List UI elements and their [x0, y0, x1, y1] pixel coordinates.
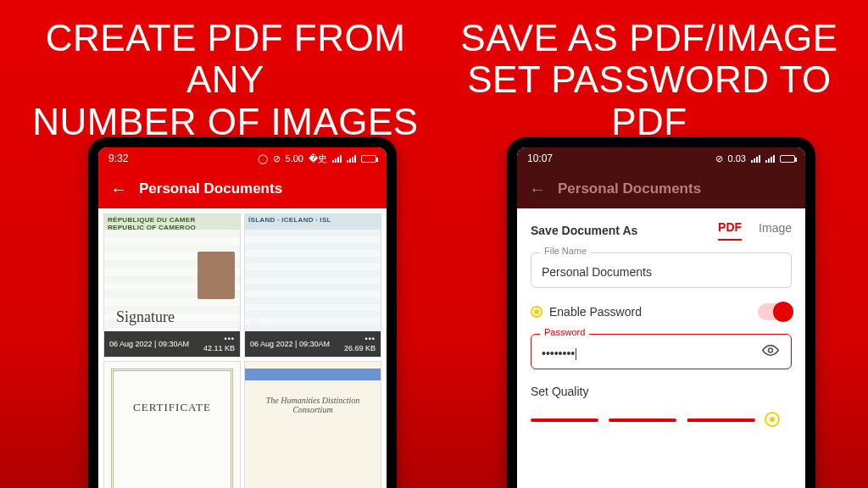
dnd-icon: ⊘: [715, 153, 723, 164]
bullet-icon: [531, 306, 542, 318]
password-value: ••••••••: [542, 347, 575, 360]
award-script: The Humanities Distinction Consortium: [245, 396, 381, 414]
statusbar: 10:07 ⊘ 0.03: [517, 147, 805, 169]
wifi-icon: �史: [309, 152, 327, 165]
more-icon[interactable]: •••: [225, 335, 235, 344]
enable-password-label: Enable Password: [549, 305, 642, 319]
status-time: 10:07: [527, 152, 553, 164]
statusbar: 9:32 ◯ ⊘ 5.00 �史: [98, 147, 387, 169]
tile-footer: 02 06 Aug 2022 | 09:30AM ••• 26.69 KB: [245, 331, 381, 357]
enable-password-toggle[interactable]: [758, 303, 792, 320]
signal-icon-2: [765, 155, 775, 163]
status-icons: ⊘ 0.03: [715, 153, 795, 164]
appbar-title: Personal Documents: [558, 180, 701, 197]
document-tile[interactable]: CERTIFICATE: [103, 361, 241, 488]
status-icons: ◯ ⊘ 5.00 �史: [258, 152, 376, 165]
signal-icon: [332, 155, 342, 163]
promo-stage: Create PDF from any number of images Sav…: [0, 0, 868, 488]
format-tabs: Save Document As PDF Image: [531, 220, 792, 241]
appbar-title: Personal Documents: [139, 180, 282, 197]
dnd-icon: ⊘: [273, 153, 281, 164]
text-caret: [576, 348, 576, 360]
file-name-field[interactable]: File Name Personal Documents: [531, 252, 792, 288]
headline-left-line2: number of images: [32, 101, 418, 142]
headline-right-line1: Save as PDF/Image: [460, 17, 837, 58]
appbar-dimmed: ← Personal Documents: [517, 169, 805, 208]
id-photo-placeholder: [198, 252, 235, 299]
save-as-label: Save Document As: [531, 224, 701, 237]
more-icon[interactable]: •••: [365, 335, 376, 344]
tile-date: 06 Aug 2022 | 09:30AM: [109, 340, 189, 349]
set-quality-section: Set Quality: [531, 385, 792, 434]
tile-footer: 01 06 Aug 2022 | 09:30AM ••• 42.11 KB: [104, 331, 240, 357]
tile-size: 42.11 KB: [203, 344, 235, 353]
certificate-border: [111, 369, 233, 488]
file-name-legend: File Name: [540, 246, 591, 256]
tile-index: 02: [250, 318, 259, 327]
data-usage: 0.03: [728, 153, 746, 164]
back-icon[interactable]: ←: [110, 180, 127, 197]
eye-icon[interactable]: [762, 342, 779, 362]
appbar: ← Personal Documents: [98, 169, 387, 208]
certificate-title: CERTIFICATE: [104, 401, 240, 414]
phone-left-screen: 9:32 ◯ ⊘ 5.00 �史 ← Personal Documents: [98, 147, 387, 488]
phone-right-screen: 10:07 ⊘ 0.03 ← Personal Documents Save D…: [517, 147, 805, 488]
password-field[interactable]: Password ••••••••: [531, 334, 792, 369]
tile-date: 06 Aug 2022 | 09:30AM: [250, 340, 330, 349]
save-dialog: Save Document As PDF Image File Name Per…: [517, 208, 805, 488]
signal-icon-2: [347, 155, 356, 163]
enable-password-row: Enable Password: [531, 303, 792, 320]
battery-icon: [361, 155, 376, 163]
password-legend: Password: [540, 327, 589, 337]
set-quality-label: Set Quality: [531, 385, 588, 398]
phone-mock-right: 10:07 ⊘ 0.03 ← Personal Documents Save D…: [507, 137, 815, 488]
headline-right: Save as PDF/Image Set password to PDF: [454, 17, 844, 142]
quality-slider[interactable]: [531, 410, 792, 434]
headline-left-line1: Create PDF from any: [46, 17, 406, 100]
doc-header-line: RÉPUBLIQUE DU CAMER: [108, 216, 236, 224]
phone-mock-left: 9:32 ◯ ⊘ 5.00 �史 ← Personal Documents: [88, 137, 397, 488]
tile-size: 26.69 KB: [344, 344, 376, 353]
quality-thumb[interactable]: [765, 412, 780, 427]
award-ribbon: [245, 369, 381, 380]
signature-label: Signature: [116, 308, 175, 326]
document-grid[interactable]: RÉPUBLIQUE DU CAMER REPUBLIC OF CAMEROO …: [98, 208, 387, 488]
headline-right-line2: Set password to PDF: [467, 58, 832, 141]
headset-icon: ◯: [258, 153, 268, 164]
document-tile[interactable]: RÉPUBLIQUE DU CAMER REPUBLIC OF CAMEROO …: [103, 214, 241, 358]
battery-icon: [780, 155, 795, 163]
svg-point-0: [769, 348, 773, 352]
document-tile[interactable]: The Humanities Distinction Consortium: [244, 361, 381, 488]
doc-header-line: ÍSLAND · ICELAND · ISL: [248, 216, 377, 224]
tile-index: 01: [109, 318, 119, 327]
document-tile[interactable]: ÍSLAND · ICELAND · ISL 02 06 Aug 2022 | …: [244, 214, 381, 358]
file-name-value: Personal Documents: [542, 265, 652, 279]
data-usage: 5.00: [286, 153, 303, 164]
tab-image[interactable]: Image: [759, 221, 792, 240]
tab-pdf[interactable]: PDF: [718, 220, 742, 241]
signal-icon: [751, 155, 760, 163]
back-icon: ←: [529, 180, 546, 197]
status-time: 9:32: [108, 152, 128, 164]
headline-left: Create PDF from any number of images: [22, 17, 429, 142]
